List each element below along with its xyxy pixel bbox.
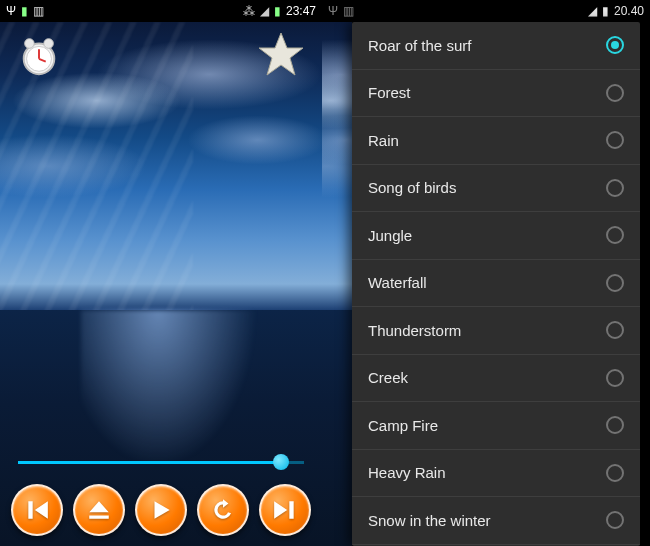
sound-option-label: Thunderstorm [368,322,461,339]
next-icon [272,497,298,523]
sound-option-label: Camp Fire [368,417,438,434]
play-icon [148,497,174,523]
sound-option-label: Heavy Rain [368,464,446,481]
radio-icon [606,131,624,149]
sound-option[interactable]: Snow in the winter [352,497,640,545]
radio-icon [606,369,624,387]
sd-card-icon: ▥ [33,4,44,18]
svg-marker-6 [259,33,303,75]
usb-icon: Ψ [6,4,16,18]
radio-icon [606,511,624,529]
sound-option[interactable]: Waterfall [352,260,640,308]
player-controls [0,484,322,536]
sound-option[interactable]: Rain [352,117,640,165]
play-button[interactable] [135,484,187,536]
prev-icon [24,497,50,523]
sound-option[interactable]: Jungle [352,212,640,260]
sound-picker-screen: Ψ ▥ ◢ ▮ 20.40 Roar of the surfForestRain… [322,0,650,546]
radio-icon [606,36,624,54]
battery-level-icon: ▮ [602,4,609,18]
battery-icon: ▮ [21,4,28,18]
sound-option[interactable]: Thunderstorm [352,307,640,355]
alarm-clock-button[interactable] [16,32,62,78]
seek-bar[interactable] [18,452,304,472]
svg-point-4 [25,39,35,49]
sound-option[interactable]: Camp Fire [352,402,640,450]
sound-option-label: Song of birds [368,179,456,196]
background-strip [322,22,352,546]
favorite-star-button[interactable] [256,30,306,80]
sound-list[interactable]: Roar of the surfForestRainSong of birdsJ… [352,22,640,546]
radio-icon [606,321,624,339]
sd-card-icon: ▥ [343,4,354,18]
radio-icon [606,274,624,292]
radio-icon [606,416,624,434]
prev-track-button[interactable] [11,484,63,536]
clock-time: 23:47 [286,4,316,18]
signal-icon: ◢ [260,4,269,18]
sound-option[interactable]: Heavy Rain [352,450,640,498]
next-track-button[interactable] [259,484,311,536]
sound-option-label: Rain [368,132,399,149]
clock-time: 20.40 [614,4,644,18]
radio-icon [606,226,624,244]
eject-icon [86,497,112,523]
status-bar: Ψ ▥ ◢ ▮ 20.40 [322,0,650,22]
status-bar: Ψ ▮ ▥ ⁂ ◢ ▮ 23:47 [0,0,322,22]
sound-option-label: Forest [368,84,411,101]
radio-icon [606,464,624,482]
sound-option[interactable]: Song of birds [352,165,640,213]
bluetooth-icon: ⁂ [243,4,255,18]
seek-thumb[interactable] [273,454,289,470]
battery-level-icon: ▮ [274,4,281,18]
sound-option[interactable]: Creek [352,355,640,403]
signal-icon: ◢ [588,4,597,18]
sound-option-label: Jungle [368,227,412,244]
repeat-button[interactable] [197,484,249,536]
sound-option-label: Waterfall [368,274,427,291]
radio-icon [606,179,624,197]
player-screen: Ψ ▮ ▥ ⁂ ◢ ▮ 23:47 [0,0,322,546]
usb-icon: Ψ [328,4,338,18]
sound-option-label: Snow in the winter [368,512,491,529]
svg-point-5 [44,39,54,49]
sound-option[interactable]: Forest [352,70,640,118]
sound-option-label: Creek [368,369,408,386]
radio-icon [606,84,624,102]
sound-option[interactable]: Roar of the surf [352,22,640,70]
eject-button[interactable] [73,484,125,536]
repeat-icon [210,497,236,523]
sound-option-label: Roar of the surf [368,37,471,54]
